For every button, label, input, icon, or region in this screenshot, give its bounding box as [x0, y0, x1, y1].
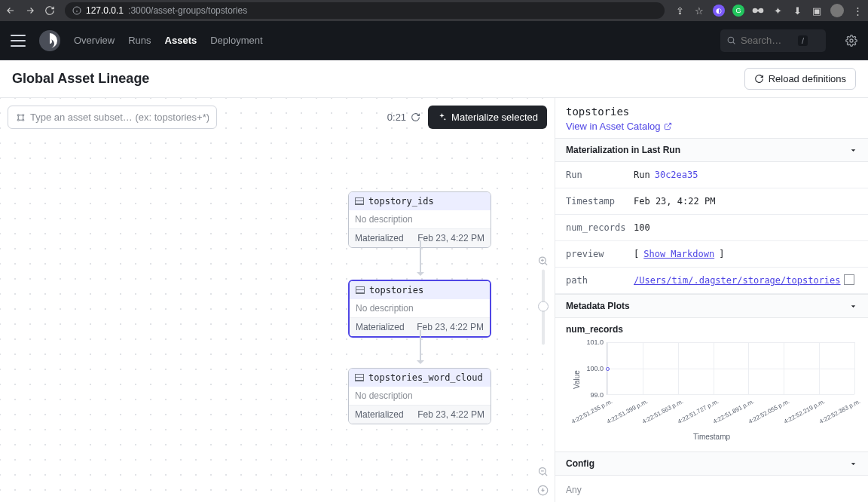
external-link-icon [664, 122, 672, 130]
download-icon[interactable]: ⬇ [791, 5, 803, 17]
profile-avatar[interactable] [830, 4, 844, 17]
kv-timestamp: Timestamp Feb 23, 4:22 PM [555, 188, 868, 215]
svg-point-13 [23, 119, 24, 121]
nav-runs[interactable]: Runs [128, 35, 151, 46]
extensions-puzzle-icon[interactable]: ✦ [772, 5, 784, 17]
nav-overview[interactable]: Overview [74, 35, 115, 46]
section-config[interactable]: Config [555, 451, 868, 476]
app-logo[interactable] [39, 30, 60, 51]
config-value: Any [555, 476, 868, 502]
share-icon[interactable]: ⇪ [674, 5, 686, 17]
bookmark-icon[interactable]: ☆ [693, 5, 705, 17]
extension-link-icon[interactable] [752, 5, 764, 17]
refresh-timer: 0:21 [387, 112, 420, 123]
export-button[interactable] [537, 485, 549, 496]
reload-icon [754, 74, 764, 84]
settings-gear-icon[interactable] [845, 35, 857, 47]
browser-forward-button[interactable] [24, 5, 36, 17]
section-materialization[interactable]: Materialization in Last Run [555, 138, 868, 162]
nav-deployment[interactable]: Deployment [210, 35, 262, 46]
chart-ylabel: Value [573, 370, 581, 389]
svg-line-8 [733, 42, 735, 44]
asset-node-topstories[interactable]: topstoriesNo descriptionMaterializedFeb … [348, 280, 491, 338]
materialize-selected-button[interactable]: Materialize selected [428, 106, 547, 129]
show-markdown-link[interactable]: Show Markdown [643, 249, 714, 259]
lineage-edge [420, 330, 421, 363]
asset-node-topstory_ids[interactable]: topstory_idsNo descriptionMaterializedFe… [348, 191, 491, 248]
node-header: topstory_ids [349, 192, 491, 210]
chevron-down-icon [849, 460, 857, 468]
svg-rect-5 [755, 10, 761, 12]
asset-filter[interactable] [8, 106, 217, 129]
browser-back-button[interactable] [5, 5, 17, 17]
node-header: topstories_word_cloud [349, 369, 491, 387]
extension-green-icon[interactable]: G [732, 5, 744, 17]
chart-title: num_records [566, 324, 857, 335]
svg-point-9 [850, 39, 853, 42]
section-metadata-plots[interactable]: Metadata Plots [555, 294, 868, 318]
zoom-slider-thumb[interactable] [538, 302, 549, 312]
node-description: No description [349, 210, 491, 228]
zoom-slider-track[interactable] [542, 270, 545, 345]
zoom-in-button[interactable] [537, 256, 549, 267]
node-footer: MaterializedFeb 23, 4:22 PM [349, 405, 491, 424]
svg-point-7 [728, 37, 734, 43]
refresh-timer-icon[interactable] [411, 112, 420, 122]
chart-ytick: 101.0 [582, 338, 604, 346]
reload-definitions-button[interactable]: Reload definitions [744, 68, 856, 90]
chart-ytick: 99.0 [582, 391, 604, 399]
search-input[interactable] [741, 35, 793, 46]
url-path: :3000/asset-groups/topstories [128, 5, 247, 16]
node-name: topstories [369, 285, 423, 295]
svg-line-26 [667, 123, 671, 127]
svg-line-23 [545, 473, 547, 476]
node-header: topstories [350, 281, 490, 299]
nav-assets[interactable]: Assets [165, 35, 197, 46]
browser-menu-icon[interactable]: ⋮ [851, 5, 863, 17]
table-icon [355, 374, 364, 381]
chart-xlabel: Timestamp [566, 433, 857, 441]
path-link[interactable]: /Users/tim/.dagster/storage/topstories [634, 275, 841, 286]
kv-preview: preview [Show Markdown] [555, 241, 868, 268]
site-info-icon [72, 6, 81, 15]
browser-url-bar[interactable]: 127.0.0.1:3000/asset-groups/topstories [65, 2, 665, 19]
node-name: topstories_word_cloud [368, 372, 483, 383]
asset-node-topstories_word_cloud[interactable]: topstories_word_cloudNo descriptionMater… [348, 368, 491, 424]
page-subheader: Global Asset Lineage Reload definitions [0, 60, 868, 98]
chart-ytick: 100.0 [582, 365, 604, 372]
extension-purple-icon[interactable]: ◐ [713, 5, 725, 17]
zoom-out-button[interactable] [537, 466, 549, 477]
panel-icon[interactable]: ▣ [811, 5, 823, 17]
svg-point-12 [17, 119, 19, 121]
page-title: Global Asset Lineage [12, 71, 149, 87]
node-description: No description [349, 387, 491, 405]
table-icon [356, 286, 365, 294]
copy-path-button[interactable] [845, 276, 854, 285]
metadata-chart: num_records Value 99.0100.0101.0 4:22:51… [555, 318, 868, 451]
view-in-catalog-link[interactable]: View in Asset Catalog [566, 121, 672, 132]
node-description: No description [350, 299, 490, 317]
sparkle-icon [437, 112, 447, 122]
search-icon [726, 35, 736, 45]
kv-run: Run Run 30c2ea35 [555, 162, 868, 188]
app-header: Overview Runs Assets Deployment / [0, 21, 868, 60]
svg-line-19 [545, 263, 547, 265]
svg-point-11 [23, 114, 24, 115]
lineage-edge [420, 240, 421, 275]
asset-details-sidebar: topstories View in Asset Catalog Materia… [555, 98, 868, 502]
node-name: topstory_ids [368, 196, 434, 207]
chevron-down-icon [849, 302, 857, 311]
lineage-canvas[interactable]: 0:21 Materialize selected topstory_idsNo… [0, 98, 555, 502]
kv-num-records: num_records 100 [555, 215, 868, 241]
asset-filter-input[interactable] [30, 112, 209, 123]
search-box[interactable]: / [720, 29, 826, 52]
browser-reload-button[interactable] [44, 5, 56, 17]
run-id-link[interactable]: 30c2ea35 [655, 170, 698, 180]
chevron-down-icon [849, 146, 857, 155]
search-shortcut: / [798, 35, 808, 46]
sidebar-asset-name: topstories [566, 106, 857, 118]
table-icon [355, 197, 364, 205]
menu-button[interactable] [11, 35, 26, 47]
chart-point [606, 367, 610, 371]
svg-point-10 [17, 114, 19, 115]
